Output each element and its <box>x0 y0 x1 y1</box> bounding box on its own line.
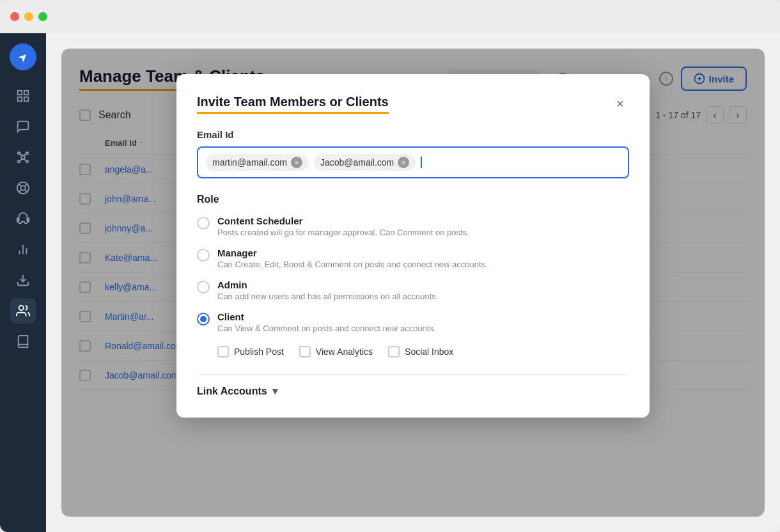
view-analytics-checkbox[interactable] <box>299 346 311 357</box>
app-body: ➤ <box>0 33 780 532</box>
email-tag-2-text: Jacob@amail.com <box>320 157 394 168</box>
email-input-container[interactable]: martin@amail.com × Jacob@amail.com × <box>197 146 629 178</box>
role-name-client: Client <box>217 311 453 322</box>
svg-point-14 <box>20 185 25 190</box>
modal-overlay: Invite Team Members or Clients × Email I… <box>61 49 765 517</box>
chevron-down-icon: ▾ <box>272 385 277 397</box>
role-name-content-scheduler: Content Scheduler <box>217 215 469 226</box>
role-desc-manager: Can Create, Edit, Boost & Comment on pos… <box>217 260 488 269</box>
view-analytics-label: View Analytics <box>316 347 373 357</box>
permission-view-analytics[interactable]: View Analytics <box>299 346 373 357</box>
titlebar <box>0 0 780 33</box>
sidebar-item-download[interactable] <box>10 267 36 293</box>
link-accounts-toggle[interactable]: Link Accounts ▾ <box>197 385 629 397</box>
role-content-scheduler-content: Content Scheduler Posts created will go … <box>217 215 469 237</box>
sidebar-item-chat[interactable] <box>10 114 36 139</box>
sidebar: ➤ <box>0 33 46 532</box>
svg-line-17 <box>25 184 27 187</box>
close-button[interactable] <box>10 12 19 21</box>
role-option-client[interactable]: Client Can View & Comment on posts and c… <box>197 311 629 364</box>
svg-line-10 <box>20 154 23 155</box>
role-option-content-scheduler[interactable]: Content Scheduler Posts created will go … <box>197 215 629 237</box>
main-content: Manage Team & Clients 8/6 seats occupied… <box>46 33 780 532</box>
role-name-admin: Admin <box>217 279 438 290</box>
email-field-label: Email Id <box>197 129 629 140</box>
email-tag-1-remove[interactable]: × <box>291 157 302 168</box>
svg-line-16 <box>25 190 27 192</box>
svg-line-18 <box>19 190 22 192</box>
sidebar-item-dashboard[interactable] <box>10 83 36 109</box>
svg-point-23 <box>19 306 24 310</box>
svg-rect-1 <box>24 91 28 95</box>
sidebar-item-team[interactable] <box>10 298 36 324</box>
role-desc-client: Can View & Comment on posts and connect … <box>217 324 453 333</box>
svg-point-8 <box>18 160 20 163</box>
social-inbox-checkbox[interactable] <box>388 346 400 357</box>
svg-line-15 <box>19 184 22 187</box>
modal-header: Invite Team Members or Clients × <box>197 95 629 114</box>
svg-line-12 <box>20 159 23 160</box>
role-admin-content: Admin Can add new users and has all perm… <box>217 279 438 301</box>
email-tag-2-remove[interactable]: × <box>398 157 409 168</box>
svg-line-9 <box>23 154 26 155</box>
role-desc-content-scheduler: Posts created will go for manager approv… <box>217 228 469 237</box>
app-window: ➤ <box>0 0 780 532</box>
sidebar-item-analytics[interactable] <box>10 237 36 262</box>
client-permissions: Publish Post View Analytics Social Inbox <box>217 340 453 364</box>
radio-manager[interactable] <box>197 249 210 262</box>
email-tag-2: Jacob@amail.com × <box>314 154 416 171</box>
link-accounts-label: Link Accounts <box>197 386 267 397</box>
svg-point-7 <box>26 160 29 163</box>
email-tag-1: martin@amail.com × <box>206 154 309 171</box>
publish-post-checkbox[interactable] <box>217 346 229 357</box>
role-manager-content: Manager Can Create, Edit, Boost & Commen… <box>217 247 488 269</box>
svg-point-6 <box>18 152 20 155</box>
role-desc-admin: Can add new users and has all permission… <box>217 292 438 301</box>
svg-line-11 <box>23 159 26 160</box>
role-client-content: Client Can View & Comment on posts and c… <box>217 311 453 364</box>
role-option-manager[interactable]: Manager Can Create, Edit, Boost & Commen… <box>197 247 629 269</box>
modal-title: Invite Team Members or Clients <box>197 95 389 114</box>
permission-publish-post[interactable]: Publish Post <box>217 346 284 357</box>
maximize-button[interactable] <box>38 12 47 21</box>
svg-point-5 <box>26 152 29 155</box>
svg-rect-3 <box>24 97 28 101</box>
radio-content-scheduler[interactable] <box>197 217 210 230</box>
role-section-label: Role <box>197 194 629 205</box>
permission-social-inbox[interactable]: Social Inbox <box>388 346 453 357</box>
svg-rect-0 <box>18 91 22 95</box>
role-option-admin[interactable]: Admin Can add new users and has all perm… <box>197 279 629 301</box>
text-cursor <box>421 157 422 168</box>
svg-point-4 <box>21 155 25 159</box>
modal-close-button[interactable]: × <box>611 95 629 113</box>
modal-divider <box>197 374 629 375</box>
radio-client[interactable] <box>197 313 210 325</box>
radio-client-inner <box>200 316 207 322</box>
publish-post-label: Publish Post <box>234 347 284 357</box>
invite-modal: Invite Team Members or Clients × Email I… <box>176 74 650 418</box>
email-tag-1-text: martin@amail.com <box>212 157 287 168</box>
minimize-button[interactable] <box>24 12 33 21</box>
sidebar-item-network[interactable] <box>10 145 36 170</box>
sidebar-item-support[interactable] <box>10 175 36 201</box>
role-name-manager: Manager <box>217 247 488 258</box>
svg-rect-2 <box>18 97 22 101</box>
radio-admin[interactable] <box>197 281 210 293</box>
social-inbox-label: Social Inbox <box>405 347 453 357</box>
sidebar-item-library[interactable] <box>10 329 36 354</box>
content-card: Manage Team & Clients 8/6 seats occupied… <box>61 49 765 517</box>
sidebar-logo[interactable]: ➤ <box>10 43 36 70</box>
sidebar-item-megaphone[interactable] <box>10 206 36 231</box>
